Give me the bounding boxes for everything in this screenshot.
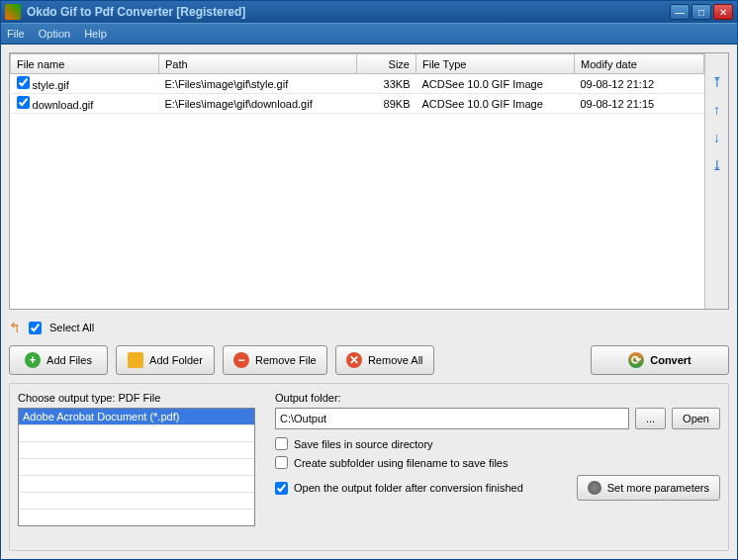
up-folder-icon[interactable]: ↰ [9, 320, 21, 335]
move-up-button[interactable]: ↑ [708, 101, 726, 119]
menu-option[interactable]: Option [39, 28, 70, 40]
col-type[interactable]: File Type [416, 54, 575, 74]
x-icon: ✕ [346, 352, 362, 368]
move-down-button[interactable]: ↓ [708, 129, 726, 146]
add-files-button[interactable]: + Add Files [9, 345, 108, 375]
window-title: Okdo Gif to Pdf Converter [Registered] [27, 5, 670, 19]
menu-file[interactable]: File [7, 28, 25, 40]
col-path[interactable]: Path [159, 54, 357, 74]
minus-icon: − [233, 352, 249, 368]
output-folder-label: Output folder: [275, 392, 720, 404]
output-folder-input[interactable] [275, 408, 629, 429]
output-type-item[interactable]: Adobe Acrobat Document (*.pdf) [19, 409, 254, 425]
select-all-checkbox[interactable] [29, 322, 42, 334]
table-row[interactable]: download.gifE:\Files\image\gif\download.… [11, 94, 704, 114]
more-parameters-button[interactable]: Set more parameters [577, 475, 720, 501]
col-date[interactable]: Modify date [575, 54, 704, 74]
subfolder-label: Create subfolder using filename to save … [294, 457, 507, 469]
col-size[interactable]: Size [357, 54, 416, 74]
menubar: File Option Help [1, 23, 737, 45]
maximize-button[interactable]: □ [692, 4, 711, 20]
open-folder-button[interactable]: Open [672, 408, 720, 429]
gear-icon [588, 481, 601, 495]
convert-icon: ⟳ [628, 352, 644, 368]
save-source-label: Save files in source directory [294, 438, 433, 450]
open-after-label: Open the output folder after conversion … [294, 482, 523, 494]
close-button[interactable]: ✕ [713, 4, 733, 20]
col-filename[interactable]: File name [11, 54, 159, 74]
plus-icon: + [25, 352, 41, 368]
table-row[interactable]: style.gifE:\Files\image\gif\style.gif33K… [11, 74, 704, 94]
open-after-checkbox[interactable] [275, 482, 288, 495]
reorder-buttons: ⤒ ↑ ↓ ⤓ [704, 53, 728, 309]
minimize-button[interactable]: — [670, 4, 690, 20]
file-list-panel: File name Path Size File Type Modify dat… [9, 52, 729, 310]
folder-icon [128, 352, 143, 368]
output-type-list[interactable]: Adobe Acrobat Document (*.pdf) [18, 408, 255, 526]
row-checkbox[interactable] [17, 76, 30, 89]
row-checkbox[interactable] [17, 96, 30, 109]
browse-button[interactable]: ... [635, 408, 666, 429]
menu-help[interactable]: Help [84, 28, 107, 40]
convert-button[interactable]: ⟳ Convert [591, 345, 729, 375]
select-all-label: Select All [49, 322, 94, 333]
remove-all-button[interactable]: ✕ Remove All [335, 345, 434, 375]
move-bottom-button[interactable]: ⤓ [708, 156, 726, 174]
add-folder-button[interactable]: Add Folder [116, 345, 215, 375]
move-top-button[interactable]: ⤒ [708, 73, 726, 91]
titlebar: Okdo Gif to Pdf Converter [Registered] —… [1, 1, 737, 23]
output-type-label: Choose output type: PDF File [18, 392, 255, 404]
app-logo-icon [5, 4, 21, 20]
save-source-checkbox[interactable] [275, 437, 288, 450]
subfolder-checkbox[interactable] [275, 456, 288, 469]
remove-file-button[interactable]: − Remove File [223, 345, 327, 375]
